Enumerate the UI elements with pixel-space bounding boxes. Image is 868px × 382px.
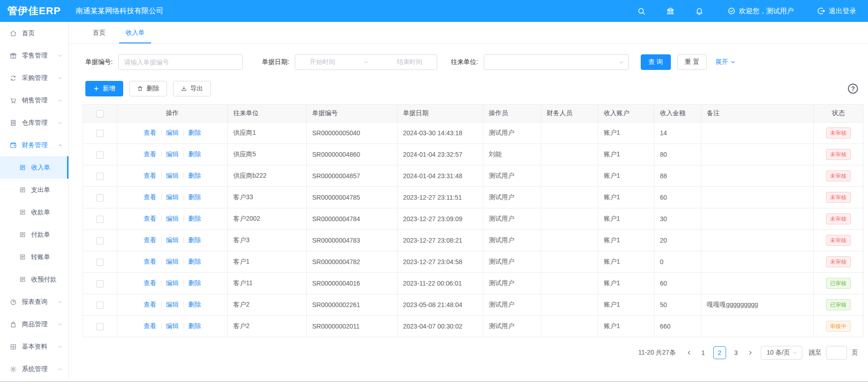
view-link[interactable]: 查看: [144, 301, 157, 308]
row-checkbox[interactable]: [96, 237, 104, 244]
bank-icon[interactable]: [666, 6, 675, 16]
sidebar-item-advance-receipt[interactable]: 收预付款: [0, 268, 68, 291]
edit-link[interactable]: 编辑: [166, 236, 179, 244]
edit-link[interactable]: 编辑: [166, 193, 179, 201]
select-all-checkbox[interactable]: [96, 110, 104, 117]
delete-link[interactable]: 删除: [188, 172, 201, 179]
jump-page-input[interactable]: [826, 346, 847, 360]
row-checkbox[interactable]: [96, 323, 104, 330]
income-table: 操作往来单位单据编号单据日期操作员财务人员收入账户收入金额备注状态 查看编辑删除…: [83, 104, 863, 337]
sidebar-item-income-bill[interactable]: 收入单: [0, 156, 68, 179]
sidebar-item-purchase[interactable]: 采购管理: [0, 67, 68, 89]
delete-link[interactable]: 删除: [188, 279, 201, 286]
bag-icon: [10, 321, 17, 328]
chevron-down-icon: [58, 344, 63, 350]
edit-link[interactable]: 编辑: [166, 279, 179, 286]
row-checkbox[interactable]: [96, 151, 104, 159]
table-row: 查看编辑删除 客户2 SR00000002261 2023-05-08 21:4…: [83, 294, 863, 316]
cell-operator: 测试用户: [483, 165, 541, 187]
tab-home[interactable]: 首页: [83, 22, 115, 43]
sidebar-item-report[interactable]: 报表查询: [0, 291, 68, 313]
sidebar-item-base-data[interactable]: 基本资料: [0, 335, 68, 358]
sidebar-item-receive-bill[interactable]: 收款单: [0, 201, 68, 223]
sidebar-item-home[interactable]: 首页: [0, 22, 68, 44]
export-button[interactable]: 导出: [173, 81, 211, 96]
reset-button[interactable]: 重 置: [677, 54, 707, 70]
sidebar-item-warehouse[interactable]: 仓库管理: [0, 111, 68, 134]
view-link[interactable]: 查看: [144, 279, 157, 286]
row-checkbox[interactable]: [96, 130, 104, 137]
edit-link[interactable]: 编辑: [166, 301, 179, 308]
view-link[interactable]: 查看: [144, 236, 157, 244]
company-name: 南通某某网络科技有限公司: [76, 6, 163, 16]
row-checkbox[interactable]: [96, 259, 104, 266]
view-link[interactable]: 查看: [144, 150, 157, 158]
delete-link[interactable]: 删除: [188, 215, 201, 222]
delete-button[interactable]: 删除: [129, 81, 167, 96]
help-icon[interactable]: ?: [848, 84, 858, 94]
delete-link[interactable]: 删除: [188, 129, 201, 136]
delete-link[interactable]: 删除: [188, 193, 201, 201]
delete-link[interactable]: 删除: [188, 301, 201, 308]
logout-icon: [817, 7, 826, 15]
row-checkbox[interactable]: [96, 216, 104, 223]
view-link[interactable]: 查看: [144, 129, 157, 136]
sidebar-item-transfer-bill[interactable]: 转账单: [0, 246, 68, 268]
edit-link[interactable]: 编辑: [166, 215, 179, 222]
sidebar-item-finance[interactable]: 财务管理: [0, 134, 68, 156]
page-size-select[interactable]: 10 条/页: [761, 346, 802, 360]
prev-page-button[interactable]: [686, 350, 692, 356]
cell-amount: 80: [654, 144, 701, 165]
page-button-2[interactable]: 2: [713, 346, 726, 359]
search-button[interactable]: 查 询: [641, 54, 671, 70]
row-checkbox[interactable]: [96, 173, 104, 180]
cell-finance: [541, 251, 598, 273]
status-badge: 已审核: [826, 278, 851, 289]
cell-amount: 0: [654, 251, 701, 273]
row-checkbox[interactable]: [96, 280, 104, 287]
date-range-input[interactable]: 开始时间 ~ 结束时间: [295, 54, 437, 70]
delete-link[interactable]: 删除: [188, 258, 201, 265]
cell-remark: [701, 251, 814, 273]
sidebar-item-goods[interactable]: 商品管理: [0, 313, 68, 335]
edit-link[interactable]: 编辑: [166, 322, 179, 329]
cell-bill-no: SR00000002011: [307, 316, 397, 337]
sidebar-item-label: 财务管理: [22, 141, 47, 149]
jump-suffix-label: 页: [852, 349, 858, 357]
bell-icon[interactable]: [695, 7, 704, 16]
sidebar-item-system[interactable]: 系统管理: [0, 358, 68, 380]
cell-operator: 测试用户: [483, 273, 541, 294]
delete-link[interactable]: 删除: [188, 322, 201, 329]
table-header-row: 操作往来单位单据编号单据日期操作员财务人员收入账户收入金额备注状态: [83, 105, 863, 122]
edit-link[interactable]: 编辑: [166, 258, 179, 265]
bill-no-input[interactable]: [118, 54, 243, 70]
cell-date: 2023-12-27 23:09:09: [397, 208, 483, 230]
edit-link[interactable]: 编辑: [166, 172, 179, 179]
view-link[interactable]: 查看: [144, 215, 157, 222]
tab-income-bill[interactable]: 收入单: [115, 22, 155, 43]
delete-link[interactable]: 删除: [188, 236, 201, 244]
edit-link[interactable]: 编辑: [166, 129, 179, 136]
tab-label: 收入单: [125, 29, 145, 37]
page-button-3[interactable]: 3: [730, 346, 743, 359]
add-button[interactable]: 新增: [85, 81, 123, 96]
view-link[interactable]: 查看: [144, 258, 157, 265]
logout-button[interactable]: 退出登录: [817, 7, 856, 16]
next-page-button[interactable]: [747, 350, 753, 356]
page-button-1[interactable]: 1: [697, 346, 710, 359]
expand-link[interactable]: 展开: [715, 58, 736, 66]
view-link[interactable]: 查看: [144, 172, 157, 179]
cell-bill-no: SR00000004860: [307, 144, 397, 165]
delete-link[interactable]: 删除: [188, 150, 201, 158]
view-link[interactable]: 查看: [144, 322, 157, 329]
sidebar-item-payment-bill[interactable]: 付款单: [0, 223, 68, 246]
sidebar-item-sale[interactable]: 销售管理: [0, 89, 68, 111]
edit-link[interactable]: 编辑: [166, 150, 179, 158]
search-icon[interactable]: [637, 7, 646, 16]
view-link[interactable]: 查看: [144, 193, 157, 201]
partner-select[interactable]: [484, 54, 629, 70]
row-checkbox[interactable]: [96, 194, 104, 202]
row-checkbox[interactable]: [96, 302, 104, 309]
sidebar-item-retail[interactable]: 零售管理: [0, 44, 68, 67]
sidebar-item-expense-bill[interactable]: 支出单: [0, 179, 68, 201]
